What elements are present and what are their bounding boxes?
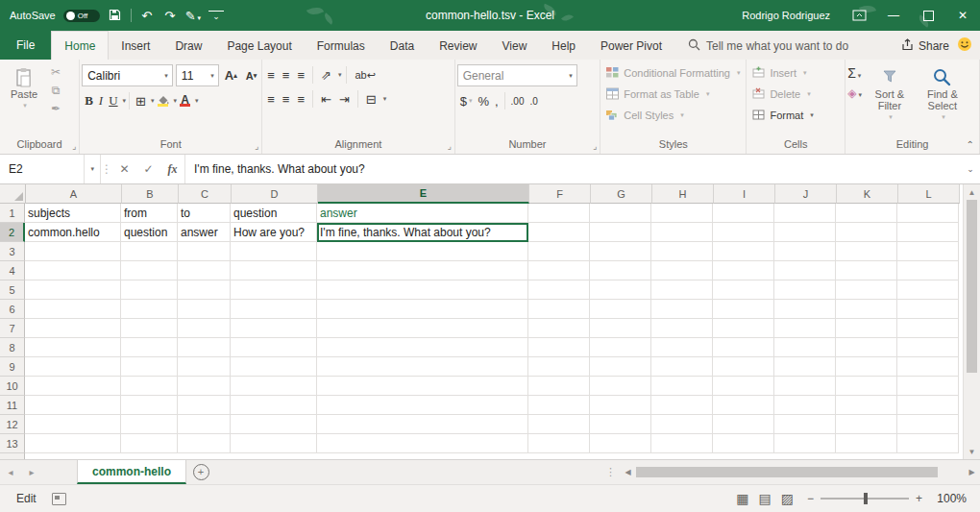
cell-K10[interactable] bbox=[836, 377, 897, 396]
vertical-scrollbar[interactable]: ▲ ▼ bbox=[963, 184, 980, 459]
format-cells-button[interactable]: Format ▾ bbox=[748, 105, 843, 126]
cell-I4[interactable] bbox=[713, 261, 774, 280]
column-header-H[interactable]: H bbox=[652, 184, 714, 204]
tab-file[interactable]: File bbox=[0, 31, 51, 60]
cell-F8[interactable] bbox=[528, 338, 590, 357]
align-right-icon[interactable]: ≡ bbox=[294, 88, 307, 110]
column-header-G[interactable]: G bbox=[591, 184, 652, 204]
cell-H1[interactable] bbox=[651, 204, 713, 223]
cell-B9[interactable] bbox=[121, 357, 178, 377]
percent-format-button[interactable]: % bbox=[475, 90, 492, 111]
tab-insert[interactable]: Insert bbox=[109, 32, 162, 60]
font-size-select[interactable]: 11 ▾ bbox=[176, 64, 219, 86]
collapse-ribbon-icon[interactable]: ⌃ bbox=[967, 139, 974, 150]
scroll-up-icon[interactable]: ▲ bbox=[964, 184, 980, 200]
cell-F6[interactable] bbox=[528, 300, 590, 319]
increase-indent-icon[interactable]: ⇥ bbox=[336, 88, 353, 110]
cell-B8[interactable] bbox=[121, 338, 178, 357]
column-header-J[interactable]: J bbox=[775, 184, 837, 204]
row-header-8[interactable]: 8 bbox=[0, 338, 25, 357]
tab-help[interactable]: Help bbox=[539, 32, 588, 60]
clear-button[interactable]: ◈▾ bbox=[847, 86, 862, 100]
sheet-tab-active[interactable]: common-hello bbox=[77, 460, 186, 484]
cell-A1[interactable]: subjects bbox=[25, 204, 121, 223]
cell-J10[interactable] bbox=[774, 377, 836, 396]
tab-draw[interactable]: Draw bbox=[162, 32, 214, 60]
cell-D8[interactable] bbox=[231, 338, 317, 357]
cell-G10[interactable] bbox=[590, 377, 651, 396]
cell-G7[interactable] bbox=[590, 319, 651, 338]
cell-C3[interactable] bbox=[178, 242, 231, 261]
number-format-select[interactable]: General ▾ bbox=[457, 64, 577, 86]
increase-decimal-icon[interactable]: .00 bbox=[508, 90, 527, 111]
scroll-down-icon[interactable]: ▼ bbox=[964, 444, 980, 459]
insert-cells-button[interactable]: Insert ▾ bbox=[748, 62, 843, 84]
cell-F7[interactable] bbox=[528, 319, 590, 338]
increase-font-size-button[interactable]: A▴ bbox=[222, 65, 240, 86]
cell-A6[interactable] bbox=[25, 300, 121, 319]
conditional-formatting-button[interactable]: Conditional Formatting ▾ bbox=[602, 62, 744, 84]
underline-dropdown-icon[interactable]: ▾ bbox=[123, 97, 127, 105]
cell-J13[interactable] bbox=[774, 434, 836, 453]
cell-K13[interactable] bbox=[836, 434, 897, 453]
column-header-B[interactable]: B bbox=[122, 184, 179, 204]
cell-H5[interactable] bbox=[651, 280, 713, 300]
formula-bar-resize-handle[interactable]: ⋮ bbox=[100, 155, 112, 183]
cell-L7[interactable] bbox=[897, 319, 959, 338]
cell-K2[interactable] bbox=[836, 223, 897, 242]
cell-J1[interactable] bbox=[774, 204, 836, 223]
tab-home[interactable]: Home bbox=[51, 31, 109, 60]
cell-L12[interactable] bbox=[897, 415, 959, 434]
column-header-L[interactable]: L bbox=[898, 184, 960, 204]
tab-data[interactable]: Data bbox=[378, 32, 427, 60]
cell-C11[interactable] bbox=[178, 396, 231, 415]
column-header-K[interactable]: K bbox=[837, 184, 898, 204]
cell-E7[interactable] bbox=[317, 319, 528, 338]
cell-K9[interactable] bbox=[836, 357, 897, 377]
select-all-corner[interactable] bbox=[0, 184, 26, 204]
row-header-13[interactable]: 13 bbox=[0, 434, 25, 453]
cell-B12[interactable] bbox=[121, 415, 178, 434]
find-select-button[interactable]: Find & Select ▾ bbox=[918, 62, 968, 123]
cell-D11[interactable] bbox=[231, 396, 317, 415]
column-header-F[interactable]: F bbox=[529, 184, 591, 204]
cell-F5[interactable] bbox=[528, 280, 590, 300]
cell-J6[interactable] bbox=[774, 300, 836, 319]
cell-D2[interactable]: How are you? bbox=[231, 223, 317, 242]
cell-G11[interactable] bbox=[590, 396, 651, 415]
cell-K4[interactable] bbox=[836, 261, 897, 280]
cell-C10[interactable] bbox=[178, 377, 231, 396]
orientation-icon[interactable]: ⇗ bbox=[318, 64, 334, 85]
cell-I9[interactable] bbox=[713, 357, 774, 377]
cell-D13[interactable] bbox=[231, 434, 317, 453]
customize-quick-access-icon[interactable]: ⌄ bbox=[208, 11, 224, 21]
cell-F9[interactable] bbox=[528, 357, 590, 377]
fill-color-icon[interactable] bbox=[155, 90, 172, 111]
cell-E12[interactable] bbox=[317, 415, 528, 434]
cell-L1[interactable] bbox=[897, 204, 959, 223]
cell-K3[interactable] bbox=[836, 242, 897, 261]
cell-A8[interactable] bbox=[25, 338, 121, 357]
cell-L6[interactable] bbox=[897, 300, 959, 319]
cell-C13[interactable] bbox=[178, 434, 231, 453]
align-left-icon[interactable]: ≡ bbox=[264, 88, 278, 110]
cell-I5[interactable] bbox=[713, 280, 774, 300]
cell-K12[interactable] bbox=[836, 415, 897, 434]
font-color-icon[interactable]: A bbox=[177, 90, 193, 111]
column-header-D[interactable]: D bbox=[232, 184, 318, 204]
cell-C4[interactable] bbox=[178, 261, 231, 280]
cell-I7[interactable] bbox=[713, 319, 774, 338]
cell-L9[interactable] bbox=[897, 357, 959, 377]
cell-F1[interactable] bbox=[528, 204, 590, 223]
cell-E6[interactable] bbox=[317, 300, 528, 319]
cell-A10[interactable] bbox=[25, 377, 121, 396]
cell-styles-button[interactable]: Cell Styles ▾ bbox=[602, 105, 744, 126]
decrease-decimal-icon[interactable]: .0 bbox=[527, 90, 540, 111]
page-layout-view-icon[interactable]: ▤ bbox=[759, 491, 772, 506]
scroll-left-icon[interactable]: ◀ bbox=[620, 460, 636, 484]
align-top-icon[interactable]: ≡ bbox=[264, 64, 278, 85]
cell-C1[interactable]: to bbox=[178, 204, 231, 223]
cell-H11[interactable] bbox=[651, 396, 713, 415]
cell-I10[interactable] bbox=[713, 377, 774, 396]
save-icon[interactable] bbox=[108, 9, 123, 23]
